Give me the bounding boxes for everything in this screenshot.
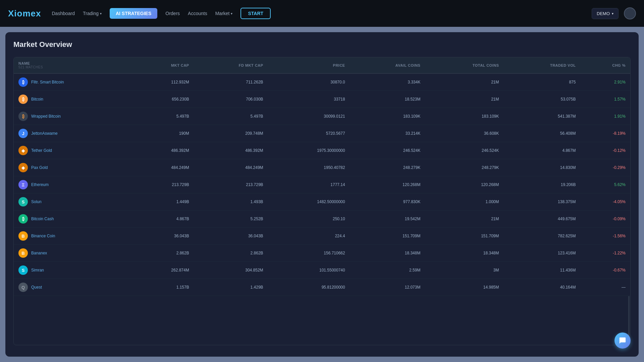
coin-cell-10: B Bananex [14,245,134,262]
demo-mode-button[interactable]: DEMO ▾ [592,8,619,19]
coin-name-6: Ethereum [31,182,49,187]
logo[interactable]: Xiomex [8,8,41,19]
avatar[interactable] [624,7,636,19]
traded-vol-7: 138.375M [504,193,581,210]
table-row[interactable]: ₿ Flltr. Smart Bitcoin 112.932M 711.262B… [14,73,630,91]
total-coins-11: 3M [425,262,503,279]
table-row[interactable]: Q Quest 1.157B 1.429B 95.81200000 12.073… [14,279,630,296]
table-row[interactable]: ◈ Pax Gold 484.249M 484.249M 1950.40782 … [14,159,630,176]
coin-icon-11: S [18,265,28,275]
nav-accounts[interactable]: Accounts [188,11,207,16]
fd-mkt-cap-6: 213.729B [194,176,268,193]
mkt-cap-6: 213.729B [134,176,194,193]
price-10: 156.710662 [268,245,350,262]
coin-icon-2: ₿ [18,112,28,121]
nav-orders[interactable]: Orders [165,11,180,16]
price-3: 5720.5677 [268,125,350,142]
chat-bubble[interactable] [614,333,631,349]
table-row[interactable]: Ξ Ethereum 213.729B 213.729B 1777.14 120… [14,176,630,193]
coin-icon-0: ₿ [18,77,28,87]
fd-mkt-cap-2: 5.497B [194,108,268,125]
total-coins-2: 183.109K [425,108,503,125]
traded-vol-12: 40.164M [504,279,581,296]
coin-icon-4: ◈ [18,146,28,155]
market-table-wrapper[interactable]: NAME 521 MATCHES MKT CAP FD MKT CAP PRIC… [13,57,631,345]
demo-chevron-icon: ▾ [612,12,613,15]
coin-cell-5: ◈ Pax Gold [14,159,134,176]
col-name: NAME 521 MATCHES [14,57,134,73]
mkt-cap-10: 2.862B [134,245,194,262]
total-coins-5: 248.279K [425,159,503,176]
navbar: Xiomex Dashboard Trading ▾ AI STRATEGIES… [0,0,644,27]
table-row[interactable]: S Solun 1.449B 1.493B 1482.50000000 977.… [14,193,630,210]
fd-mkt-cap-10: 2.862B [194,245,268,262]
coin-name-4: Tether Gold [31,148,52,153]
mkt-cap-9: 36.043B [134,228,194,245]
avail-coins-1: 18.523M [350,91,425,108]
chg-2: 1.91% [580,108,630,125]
table-header: NAME 521 MATCHES MKT CAP FD MKT CAP PRIC… [14,57,630,73]
start-button[interactable]: START [240,8,271,19]
coin-cell-0: ₿ Flltr. Smart Bitcoin [14,73,134,91]
coin-cell-3: J JettonAswame [14,125,134,142]
fd-mkt-cap-4: 486.392M [194,142,268,159]
total-coins-10: 18.348M [425,245,503,262]
fd-mkt-cap-3: 209.748M [194,125,268,142]
table-row[interactable]: ₿ Bitcoin Cash 4.867B 5.252B 250.10 19.5… [14,210,630,228]
fd-mkt-cap-0: 711.262B [194,73,268,91]
nav-links: Dashboard Trading ▾ AI STRATEGIES Orders… [52,8,581,19]
avail-coins-12: 12.073M [350,279,425,296]
main-wrapper: Market Overview NAME 521 MATCHES MKT CAP… [0,27,644,362]
price-0: 30870.0 [268,73,350,91]
nav-trading[interactable]: Trading ▾ [83,11,102,16]
coin-name-0: Flltr. Smart Bitcoin [31,80,64,84]
table-row[interactable]: ₿ Wrapped Bitcoin 5.497B 5.497B 30099.01… [14,108,630,125]
traded-vol-8: 449.675M [504,210,581,228]
table-row[interactable]: J JettonAswame 190M 209.748M 5720.5677 3… [14,125,630,142]
total-coins-7: 1.000M [425,193,503,210]
coin-icon-6: Ξ [18,180,28,189]
traded-vol-4: 4.867M [504,142,581,159]
coin-name-5: Pax Gold [31,165,48,170]
coin-icon-5: ◈ [18,163,28,172]
nav-market[interactable]: Market ▾ [215,11,233,16]
coin-icon-12: Q [18,283,28,292]
coin-name-7: Solun [31,199,42,204]
traded-vol-2: 541.387M [504,108,581,125]
nav-ai-strategies[interactable]: AI STRATEGIES [110,8,157,19]
table-body: ₿ Flltr. Smart Bitcoin 112.932M 711.262B… [14,73,630,296]
coin-cell-4: ◈ Tether Gold [14,142,134,159]
coin-name-12: Quest [31,285,42,290]
table-row[interactable]: B Binance Coin 36.043B 36.043B 224.4 151… [14,228,630,245]
traded-vol-9: 782.625M [504,228,581,245]
col-traded-vol: TRADED VOL [504,57,581,73]
chg-7: -4.05% [580,193,630,210]
total-coins-1: 21M [425,91,503,108]
coin-name-3: JettonAswame [31,131,58,136]
avail-coins-9: 151.709M [350,228,425,245]
table-row[interactable]: ₿ Bitcoin 656.230B 706.030B 33718 18.523… [14,91,630,108]
coin-name-2: Wrapped Bitcoin [31,114,61,119]
fd-mkt-cap-7: 1.493B [194,193,268,210]
mkt-cap-3: 190M [134,125,194,142]
coin-cell-7: S Solun [14,193,134,210]
chg-0: 2.91% [580,73,630,91]
traded-vol-11: 11.436M [504,262,581,279]
price-11: 101.55000740 [268,262,350,279]
mkt-cap-7: 1.449B [134,193,194,210]
col-price: PRICE [268,57,350,73]
total-coins-4: 246.524K [425,142,503,159]
coin-name-10: Bananex [31,251,47,255]
nav-right: DEMO ▾ [592,7,636,19]
trading-chevron-icon: ▾ [100,12,102,15]
chg-5: -0.29% [580,159,630,176]
price-5: 1950.40782 [268,159,350,176]
chg-10: -1.22% [580,245,630,262]
table-row[interactable]: S Simran 262.874M 304.852M 101.55000740 … [14,262,630,279]
total-coins-8: 21M [425,210,503,228]
total-coins-3: 36.608K [425,125,503,142]
table-row[interactable]: ◈ Tether Gold 486.392M 486.392M 1975.300… [14,142,630,159]
nav-dashboard[interactable]: Dashboard [52,11,75,16]
table-row[interactable]: B Bananex 2.862B 2.862B 156.710662 18.34… [14,245,630,262]
chg-3: -8.19% [580,125,630,142]
